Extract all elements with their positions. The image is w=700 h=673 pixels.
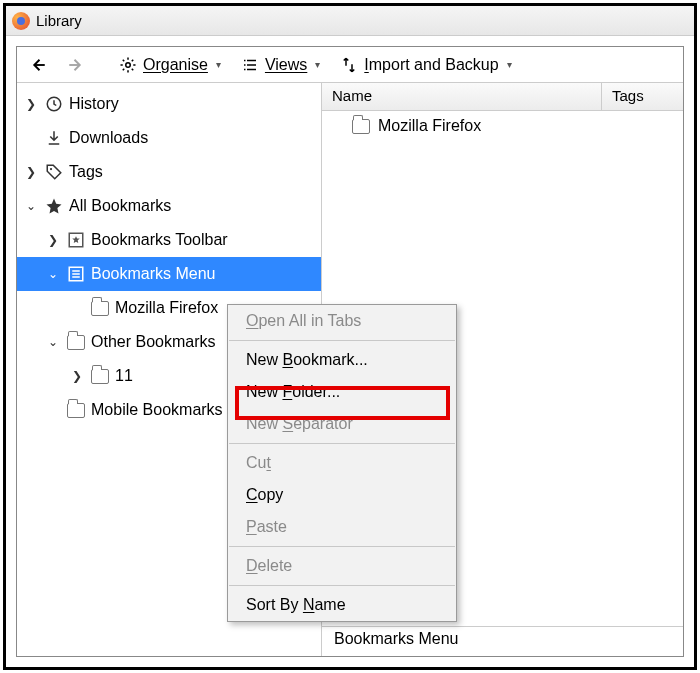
import-export-icon: [340, 56, 358, 74]
separator: [229, 443, 455, 444]
collapse-icon[interactable]: ⌄: [23, 199, 39, 213]
ctx-delete[interactable]: Delete: [228, 550, 456, 582]
tree-label: Mozilla Firefox: [115, 299, 218, 317]
separator: [229, 546, 455, 547]
collapse-icon[interactable]: ⌄: [45, 335, 61, 349]
list-icon: [241, 56, 259, 74]
bookmark-list-icon: [67, 265, 85, 283]
context-menu: Open All in Tabs New Bookmark... New Fol…: [227, 304, 457, 622]
tree-label: Tags: [69, 163, 103, 181]
expand-icon[interactable]: ❯: [69, 369, 85, 383]
tree-label: Bookmarks Toolbar: [91, 231, 228, 249]
collapse-icon[interactable]: ⌄: [45, 267, 61, 281]
tree-history[interactable]: ❯ History: [17, 87, 321, 121]
ctx-copy[interactable]: Copy: [228, 479, 456, 511]
column-headers[interactable]: Name Tags: [322, 83, 683, 111]
firefox-icon: [12, 12, 30, 30]
star-box-icon: [67, 231, 85, 249]
status-text: Bookmarks Menu: [334, 630, 459, 647]
title-bar: Library: [6, 6, 694, 36]
ctx-paste[interactable]: Paste: [228, 511, 456, 543]
organise-menu[interactable]: Organise▾: [111, 53, 229, 77]
views-menu[interactable]: Views▾: [233, 53, 328, 77]
tree-label: Other Bookmarks: [91, 333, 215, 351]
ctx-cut[interactable]: Cut: [228, 447, 456, 479]
folder-icon: [352, 117, 370, 135]
tree-downloads[interactable]: Downloads: [17, 121, 321, 155]
callout-highlight: [235, 386, 450, 420]
folder-icon: [91, 299, 109, 317]
forward-arrow-icon: [67, 56, 85, 74]
expand-icon[interactable]: ❯: [23, 97, 39, 111]
tree-label: Mobile Bookmarks: [91, 401, 223, 419]
caret-icon: ▾: [507, 59, 512, 70]
forward-button[interactable]: [59, 53, 93, 77]
list-item[interactable]: Mozilla Firefox: [322, 111, 683, 141]
folder-icon: [67, 333, 85, 351]
tag-icon: [45, 163, 63, 181]
folder-icon: [67, 401, 85, 419]
back-arrow-icon: [29, 56, 47, 74]
gear-icon: [119, 56, 137, 74]
views-label: Views: [265, 56, 307, 73]
organise-label: Organise: [143, 56, 208, 73]
expand-icon[interactable]: ❯: [23, 165, 39, 179]
star-icon: [45, 197, 63, 215]
ctx-open-all[interactable]: Open All in Tabs: [228, 305, 456, 337]
clock-icon: [45, 95, 63, 113]
ctx-sort[interactable]: Sort By Name: [228, 589, 456, 621]
window-title: Library: [36, 12, 82, 29]
list-item-label: Mozilla Firefox: [378, 117, 481, 135]
tree-label: All Bookmarks: [69, 197, 171, 215]
back-button[interactable]: [21, 53, 55, 77]
svg-point-0: [126, 62, 131, 67]
separator: [229, 340, 455, 341]
tree-bookmarks-menu[interactable]: ⌄ Bookmarks Menu: [17, 257, 321, 291]
ctx-new-bookmark[interactable]: New Bookmark...: [228, 344, 456, 376]
column-name[interactable]: Name: [322, 83, 602, 110]
import-backup-menu[interactable]: Import and Backup▾: [332, 53, 519, 77]
tree-all-bookmarks[interactable]: ⌄ All Bookmarks: [17, 189, 321, 223]
tree-label: History: [69, 95, 119, 113]
import-label: mport and Backup: [369, 56, 499, 73]
tree-label: 11: [115, 367, 133, 385]
separator: [229, 585, 455, 586]
tree-tags[interactable]: ❯ Tags: [17, 155, 321, 189]
svg-point-2: [50, 168, 52, 170]
tree-label: Downloads: [69, 129, 148, 147]
caret-icon: ▾: [216, 59, 221, 70]
status-bar: Bookmarks Menu: [322, 626, 683, 656]
column-tags[interactable]: Tags: [602, 83, 683, 110]
folder-icon: [91, 367, 109, 385]
toolbar: Organise▾ Views▾ Import and Backup▾: [17, 47, 683, 83]
expand-icon[interactable]: ❯: [45, 233, 61, 247]
caret-icon: ▾: [315, 59, 320, 70]
tree-label: Bookmarks Menu: [91, 265, 216, 283]
download-icon: [45, 129, 63, 147]
tree-bookmarks-toolbar[interactable]: ❯ Bookmarks Toolbar: [17, 223, 321, 257]
